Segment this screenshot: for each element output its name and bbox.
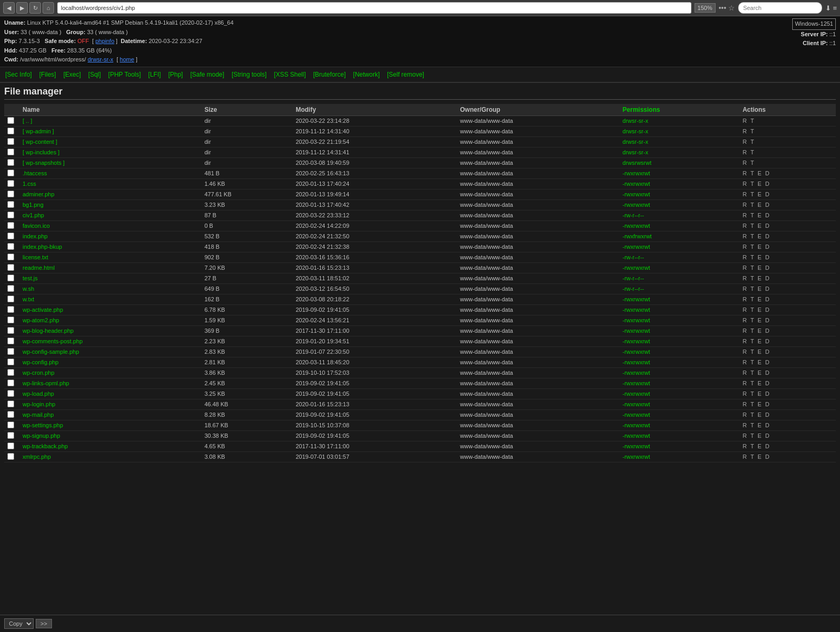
row-checkbox[interactable] xyxy=(7,411,14,418)
action-d[interactable]: D xyxy=(765,212,769,218)
phpinfo-link[interactable]: phpinfo xyxy=(96,38,114,44)
file-name[interactable]: wp-signup.php xyxy=(19,430,201,441)
action-d[interactable]: D xyxy=(765,433,769,439)
row-checkbox[interactable] xyxy=(7,117,14,124)
action-r[interactable]: R xyxy=(742,286,748,292)
row-checkbox[interactable] xyxy=(7,306,14,313)
action-t[interactable]: T xyxy=(750,265,755,271)
file-actions[interactable]: R T E D xyxy=(739,346,836,357)
action-t[interactable]: T xyxy=(750,160,754,166)
action-d[interactable]: D xyxy=(765,422,769,428)
action-r[interactable]: R xyxy=(742,349,748,355)
file-actions[interactable]: R T E D xyxy=(739,241,836,252)
action-r[interactable]: R xyxy=(742,160,748,166)
action-t[interactable]: T xyxy=(750,286,755,292)
row-checkbox[interactable] xyxy=(7,285,14,292)
file-actions[interactable]: R T xyxy=(739,136,836,147)
download-icon[interactable]: ⬇ xyxy=(825,4,831,12)
action-t[interactable]: T xyxy=(750,338,755,344)
action-e[interactable]: E xyxy=(758,317,763,323)
file-name[interactable]: [ .. ] xyxy=(19,115,201,126)
action-r[interactable]: R xyxy=(742,380,748,386)
file-actions[interactable]: R T E D xyxy=(739,220,836,231)
action-d[interactable]: D xyxy=(765,328,769,334)
action-e[interactable]: E xyxy=(758,370,763,376)
action-t[interactable]: T xyxy=(750,181,755,187)
file-name[interactable]: w.sh xyxy=(19,283,201,294)
action-t[interactable]: T xyxy=(750,244,755,250)
cwd-perm-link[interactable]: drwsr-sr-x xyxy=(88,56,113,62)
action-e[interactable]: E xyxy=(758,328,763,334)
action-e[interactable]: E xyxy=(758,422,763,428)
row-checkbox[interactable] xyxy=(7,380,14,386)
action-r[interactable]: R xyxy=(742,191,748,197)
action-e[interactable]: E xyxy=(758,296,763,302)
file-name[interactable]: wp-blog-header.php xyxy=(19,325,201,336)
file-actions[interactable]: R T E D xyxy=(739,409,836,420)
row-checkbox[interactable] xyxy=(7,275,14,281)
file-actions[interactable]: R T E D xyxy=(739,325,836,336)
file-actions[interactable]: R T E D xyxy=(739,451,836,462)
file-actions[interactable]: R T E D xyxy=(739,430,836,441)
file-name[interactable]: civ1.php xyxy=(19,210,201,220)
action-r[interactable]: R xyxy=(742,275,748,281)
file-actions[interactable]: R T E D xyxy=(739,315,836,325)
action-e[interactable]: E xyxy=(758,212,763,218)
action-d[interactable]: D xyxy=(765,391,769,397)
action-t[interactable]: T xyxy=(750,370,755,376)
action-r[interactable]: R xyxy=(742,223,748,229)
action-d[interactable]: D xyxy=(765,443,769,449)
file-actions[interactable]: R T xyxy=(739,157,836,168)
action-r[interactable]: R xyxy=(742,359,748,365)
nav-item[interactable]: [Files] xyxy=(36,69,59,80)
action-d[interactable]: D xyxy=(765,202,769,208)
action-t[interactable]: T xyxy=(750,433,755,439)
file-name[interactable]: wp-comments-post.php xyxy=(19,336,201,346)
col-name[interactable]: Name xyxy=(19,104,201,116)
row-checkbox[interactable] xyxy=(7,159,14,166)
file-name[interactable]: wp-mail.php xyxy=(19,409,201,420)
action-e[interactable]: E xyxy=(758,275,763,281)
nav-item[interactable]: [Self remove] xyxy=(384,69,427,80)
row-checkbox[interactable] xyxy=(7,191,14,197)
action-t[interactable]: T xyxy=(750,139,754,145)
action-t[interactable]: T xyxy=(750,349,755,355)
action-e[interactable]: E xyxy=(758,433,763,439)
col-actions[interactable]: Actions xyxy=(739,104,836,116)
action-e[interactable]: E xyxy=(758,391,763,397)
nav-item[interactable]: [Exec] xyxy=(60,69,84,80)
action-r[interactable]: R xyxy=(742,454,748,460)
nav-buttons[interactable]: ◀ ▶ ↻ ⌂ xyxy=(3,2,54,14)
action-d[interactable]: D xyxy=(765,170,769,176)
col-permissions[interactable]: Permissions xyxy=(620,104,740,116)
star-icon[interactable]: ☆ xyxy=(728,4,735,12)
action-r[interactable]: R xyxy=(742,307,748,313)
nav-item[interactable]: [Sql] xyxy=(85,69,104,80)
action-d[interactable]: D xyxy=(765,412,769,418)
action-r[interactable]: R xyxy=(742,118,748,124)
action-d[interactable]: D xyxy=(765,275,769,281)
action-e[interactable]: E xyxy=(758,380,763,386)
file-actions[interactable]: R T E D xyxy=(739,304,836,315)
action-t[interactable]: T xyxy=(750,401,755,407)
row-checkbox[interactable] xyxy=(7,180,14,187)
action-r[interactable]: R xyxy=(742,202,748,208)
action-e[interactable]: E xyxy=(758,454,763,460)
file-name[interactable]: 1.css xyxy=(19,178,201,189)
row-checkbox[interactable] xyxy=(7,138,14,145)
file-actions[interactable]: R T E D xyxy=(739,273,836,283)
action-t[interactable]: T xyxy=(750,170,755,176)
file-name[interactable]: [ wp-admin ] xyxy=(19,126,201,136)
action-d[interactable]: D xyxy=(765,349,769,355)
file-name[interactable]: xmlrpc.php xyxy=(19,451,201,462)
file-name[interactable]: index.php xyxy=(19,231,201,241)
settings-icon[interactable]: ≡ xyxy=(833,4,837,12)
action-r[interactable]: R xyxy=(742,370,748,376)
file-actions[interactable]: R T E D xyxy=(739,336,836,346)
action-e[interactable]: E xyxy=(758,191,763,197)
action-d[interactable]: D xyxy=(765,401,769,407)
action-r[interactable]: R xyxy=(742,412,748,418)
row-checkbox[interactable] xyxy=(7,359,14,365)
file-name[interactable]: license.txt xyxy=(19,252,201,262)
action-d[interactable]: D xyxy=(765,359,769,365)
